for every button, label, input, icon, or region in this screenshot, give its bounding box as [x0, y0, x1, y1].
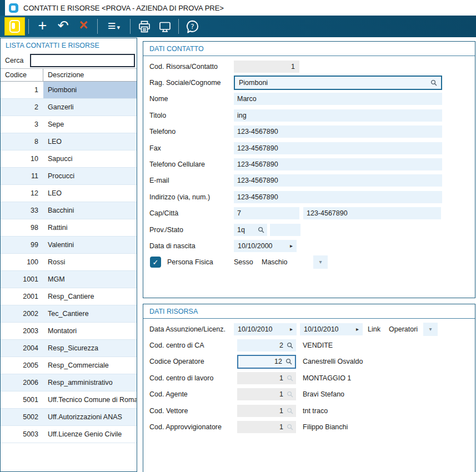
- list-item-descrizione: Bacchini: [43, 202, 137, 219]
- lookup-search-icon[interactable]: [258, 227, 264, 233]
- list-item-codice: 99: [1, 237, 43, 253]
- column-header-descrizione[interactable]: Descrizione: [43, 69, 137, 81]
- list-item[interactable]: 100 Rossi: [1, 254, 137, 271]
- list-item-codice: 2: [1, 99, 43, 116]
- list-item[interactable]: 1 Piomboni: [1, 82, 137, 99]
- field-label: Cod. Risorsa/Contatto: [149, 63, 234, 71]
- code-row: Cod. Approvvigionatore 1 Filippo Bianchi: [149, 419, 475, 435]
- lookup-search-icon[interactable]: [287, 342, 293, 349]
- stato-field[interactable]: [270, 224, 300, 236]
- list-item[interactable]: 2003 Montatori: [1, 323, 137, 340]
- list-item-codice: 1: [1, 82, 43, 98]
- sesso-dropdown[interactable]: ▾: [313, 255, 328, 269]
- telefono-field[interactable]: 123-4567890: [234, 125, 442, 138]
- code-row: Codice Operatore 12 Canestrelli Osvaldo: [149, 354, 475, 370]
- persona-fisica-checkbox[interactable]: ✓: [150, 257, 161, 268]
- list-item-codice: 33: [1, 202, 43, 219]
- indirizzo-field[interactable]: 123-4567890: [234, 191, 442, 203]
- print-button[interactable]: [134, 17, 154, 36]
- delete-button[interactable]: ×: [73, 17, 94, 36]
- list-item[interactable]: 98 Rattini: [1, 219, 137, 237]
- list-item[interactable]: 3 Sepe: [1, 116, 137, 133]
- data-nascita-field[interactable]: 10/10/2000 ▸: [234, 240, 297, 252]
- email-field[interactable]: 123-4567890: [234, 174, 442, 187]
- cellulare-field[interactable]: 123-4567890: [234, 158, 442, 170]
- field-label: E-mail: [149, 177, 234, 184]
- fax-field[interactable]: 123-4567890: [234, 142, 442, 154]
- email-value: 123-4567890: [237, 177, 278, 184]
- date-picker-arrow-icon[interactable]: ▸: [290, 326, 293, 332]
- rag-sociale-field[interactable]: Piomboni: [234, 76, 442, 90]
- list-item[interactable]: 2002 Tec_Cantiere: [1, 305, 137, 323]
- list-item[interactable]: 2004 Resp_Sicurezza: [1, 340, 137, 357]
- list-item[interactable]: 99 Valentini: [1, 237, 137, 254]
- lookup-search-icon[interactable]: [430, 79, 437, 86]
- list-item[interactable]: 2 Ganzerli: [1, 99, 137, 116]
- card-view-button[interactable]: [4, 17, 25, 36]
- code-row: Cod. centro di CA 2 VENDITE: [149, 337, 475, 353]
- dropdown-caret-icon: ▾: [429, 327, 432, 332]
- list-item[interactable]: 5003 Uff.Licenze Genio Civile: [1, 426, 137, 443]
- field-label: Fax: [149, 144, 234, 152]
- date-picker-arrow-icon[interactable]: ▸: [290, 243, 293, 249]
- list-item[interactable]: 11 Procucci: [1, 168, 137, 185]
- list-item-descrizione: Sapucci: [43, 150, 137, 167]
- citta-field[interactable]: 123-4567890: [303, 207, 441, 219]
- add-button[interactable]: +: [32, 17, 53, 36]
- list-item[interactable]: 10 Sapucci: [1, 150, 137, 168]
- titolo-value: ing: [237, 112, 247, 119]
- list-item[interactable]: 5001 Uff.Tecnico Comune di Roma: [1, 391, 137, 409]
- field-label: Cod. Agente: [149, 390, 234, 398]
- search-label: Cerca: [1, 57, 30, 64]
- cap-field[interactable]: 7: [234, 207, 299, 219]
- menu-button[interactable]: ≡ ▾: [101, 17, 127, 36]
- screen-preview-button[interactable]: [154, 17, 175, 36]
- persona-fisica-label: Persona Fisica: [167, 258, 213, 266]
- nome-field[interactable]: Marco: [234, 93, 442, 105]
- window-title: CONTATTI E RISORSE <PROVA - AZIENDA DI P…: [23, 4, 224, 12]
- date-picker-arrow-icon[interactable]: ▸: [356, 326, 359, 332]
- field-label: Cod. Vettore: [149, 407, 234, 415]
- code-lookup-field[interactable]: 12: [237, 355, 296, 369]
- list-item[interactable]: 5002 Uff.Autorizzazioni ANAS: [1, 409, 137, 426]
- list-item[interactable]: 2005 Resp_Commerciale: [1, 357, 137, 374]
- search-input[interactable]: [30, 54, 135, 67]
- list-item[interactable]: 1001 MGM: [1, 271, 137, 288]
- list-item[interactable]: 2006 Resp_amministrativo: [1, 374, 137, 391]
- list-item-descrizione: LEO: [43, 133, 137, 150]
- list-item-descrizione: Valentini: [43, 237, 137, 253]
- cod-risorsa-field: 1: [234, 61, 299, 73]
- field-label: Data Assunzione/Licenz.: [149, 325, 234, 333]
- titolo-field[interactable]: ing: [234, 109, 442, 122]
- field-label: Titolo: [149, 112, 234, 119]
- code-lookup-field: 1: [237, 388, 296, 400]
- code-lookup-field[interactable]: 2: [237, 339, 296, 352]
- list-item[interactable]: 33 Bacchini: [1, 202, 137, 219]
- list-item-codice: 98: [1, 219, 43, 236]
- undo-button[interactable]: ↶: [53, 17, 73, 36]
- list-item[interactable]: 2001 Resp_Cantiere: [1, 288, 137, 305]
- data-assunzione-field[interactable]: 10/10/2010 ▸: [234, 323, 297, 335]
- toolbar-separator: [28, 19, 29, 34]
- list-item-descrizione: Ganzerli: [43, 99, 137, 116]
- rag-sociale-value: Piomboni: [239, 79, 430, 87]
- code-description: tnt traco: [303, 407, 328, 415]
- data-licenziamento-field[interactable]: 10/10/2010 ▸: [300, 323, 363, 335]
- prov-field[interactable]: 1q: [234, 224, 267, 236]
- link-dropdown[interactable]: ▾: [423, 323, 438, 336]
- list-item-codice: 2004: [1, 340, 43, 356]
- link-label: Link: [368, 325, 389, 333]
- lookup-search-icon[interactable]: [285, 358, 292, 365]
- sesso-label: Sesso: [234, 258, 262, 266]
- field-label: Codice Operatore: [149, 358, 234, 365]
- list-item-codice: 8: [1, 133, 43, 150]
- list-item[interactable]: 8 LEO: [1, 133, 137, 150]
- list-item-descrizione: LEO: [43, 185, 137, 202]
- help-button[interactable]: ?: [182, 17, 203, 36]
- code-description: Filippo Bianchi: [303, 423, 348, 431]
- code-description: Canestrelli Osvaldo: [303, 358, 363, 365]
- list-item-codice: 2006: [1, 374, 43, 391]
- toolbar: + ↶ × ≡ ▾ ?: [0, 16, 476, 37]
- list-item[interactable]: 12 LEO: [1, 185, 137, 202]
- column-header-codice[interactable]: Codice: [1, 69, 43, 81]
